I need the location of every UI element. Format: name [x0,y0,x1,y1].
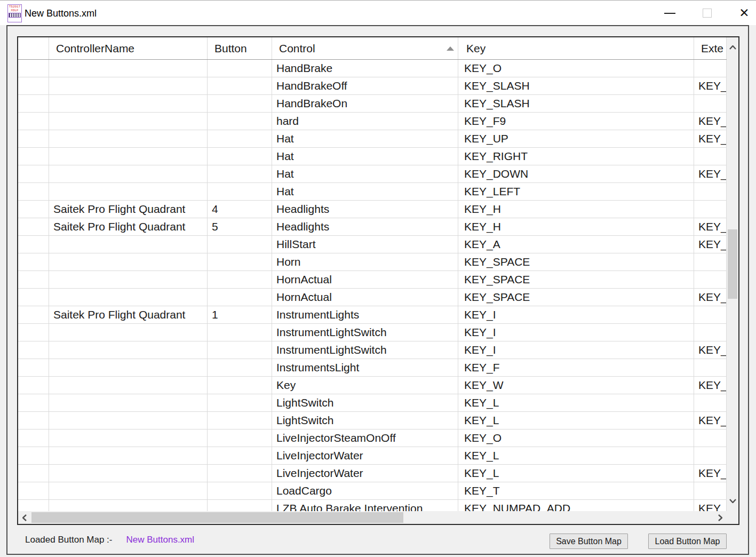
cell-controller-name[interactable] [49,412,208,429]
cell-button[interactable] [208,77,272,94]
cell-key[interactable]: KEY_RIGHT [458,148,694,165]
cell-button[interactable] [208,412,272,429]
cell-controller-name[interactable] [49,377,208,394]
cell-row-selector[interactable] [18,429,49,447]
cell-extended-key[interactable] [694,60,727,77]
cell-row-selector[interactable] [18,148,49,165]
cell-row-selector[interactable] [18,341,49,359]
cell-button[interactable] [208,165,272,182]
close-button[interactable]: ✕ [733,1,755,26]
cell-key[interactable]: KEY_F9 [458,113,694,130]
cell-key[interactable]: KEY_A [458,236,694,253]
cell-button[interactable] [208,324,272,341]
cell-controller-name[interactable] [49,465,208,482]
cell-extended-key[interactable] [694,394,727,411]
cell-control[interactable]: InstrumentLightSwitch [272,324,458,341]
cell-button[interactable] [208,377,272,394]
cell-button[interactable] [208,60,272,77]
cell-key[interactable]: KEY_L [458,447,694,464]
cell-button[interactable] [208,482,272,499]
column-header-key[interactable]: Key [458,37,694,59]
cell-row-selector[interactable] [18,201,49,218]
cell-key[interactable]: KEY_I [458,306,694,323]
cell-key[interactable]: KEY_SPACE [458,271,694,288]
cell-controller-name[interactable]: Saitek Pro Flight Quadrant [49,306,208,323]
cell-control[interactable]: LiveInjectorWater [272,465,458,482]
cell-row-selector[interactable] [18,113,49,130]
cell-row-selector[interactable] [18,377,49,394]
cell-extended-key[interactable]: KEY_ [694,289,727,306]
cell-controller-name[interactable] [49,236,208,253]
cell-controller-name[interactable] [49,500,208,511]
horizontal-scrollbar-track[interactable] [31,511,714,524]
cell-controller-name[interactable] [49,394,208,411]
cell-row-selector[interactable] [18,482,49,499]
cell-control[interactable]: Headlights [272,201,458,218]
cell-extended-key[interactable] [694,201,727,218]
cell-control[interactable]: LoadCargo [272,482,458,499]
cell-row-selector[interactable] [18,236,49,253]
cell-control[interactable]: Hat [272,183,458,200]
minimize-button[interactable] [658,1,681,26]
cell-row-selector[interactable] [18,306,49,323]
cell-row-selector[interactable] [18,60,49,77]
cell-control[interactable]: LZB Auto Barake Intervention [272,500,458,511]
cell-controller-name[interactable] [49,359,208,376]
cell-button[interactable] [208,183,272,200]
cell-controller-name[interactable] [49,482,208,499]
cell-extended-key[interactable] [694,148,727,165]
cell-row-selector[interactable] [18,465,49,482]
vertical-scrollbar-thumb[interactable] [728,229,737,299]
cell-extended-key[interactable]: KEY_ [694,500,727,511]
cell-control[interactable]: HornActual [272,271,458,288]
cell-row-selector[interactable] [18,359,49,376]
cell-extended-key[interactable]: KEY_ [694,377,727,394]
cell-button[interactable] [208,148,272,165]
cell-extended-key[interactable] [694,447,727,464]
cell-key[interactable]: KEY_W [458,377,694,394]
cell-controller-name[interactable] [49,447,208,464]
cell-row-selector[interactable] [18,253,49,270]
cell-extended-key[interactable] [694,429,727,447]
cell-controller-name[interactable] [49,77,208,94]
cell-control[interactable]: HillStart [272,236,458,253]
cell-controller-name[interactable] [49,271,208,288]
cell-row-selector[interactable] [18,165,49,182]
cell-controller-name[interactable] [49,130,208,147]
cell-button[interactable] [208,130,272,147]
column-header-extendedkey[interactable]: Exte [694,37,727,59]
cell-controller-name[interactable] [49,341,208,359]
cell-row-selector[interactable] [18,412,49,429]
cell-control[interactable]: Headlights [272,218,458,235]
cell-extended-key[interactable] [694,324,727,341]
cell-key[interactable]: KEY_UP [458,130,694,147]
cell-row-selector[interactable] [18,130,49,147]
cell-key[interactable]: KEY_NUMPAD_ADD [458,500,694,511]
cell-controller-name[interactable] [49,324,208,341]
cell-button[interactable] [208,236,272,253]
cell-key[interactable]: KEY_O [458,60,694,77]
cell-key[interactable]: KEY_LEFT [458,183,694,200]
cell-control[interactable]: HandBrakeOn [272,95,458,112]
cell-button[interactable] [208,359,272,376]
horizontal-scrollbar[interactable] [18,511,738,524]
cell-extended-key[interactable] [694,359,727,376]
cell-row-selector[interactable] [18,95,49,112]
scroll-right-button[interactable] [714,511,727,524]
cell-key[interactable]: KEY_L [458,394,694,411]
cell-control[interactable]: LightSwitch [272,412,458,429]
cell-control[interactable]: LiveInjectorWater [272,447,458,464]
column-header-control[interactable]: Control [272,37,458,59]
cell-control[interactable]: HandBrake [272,60,458,77]
vertical-scrollbar[interactable] [727,37,738,511]
cell-extended-key[interactable]: KEY_ [694,113,727,130]
cell-control[interactable]: Hat [272,148,458,165]
cell-control[interactable]: LightSwitch [272,394,458,411]
cell-button[interactable] [208,394,272,411]
cell-button[interactable] [208,253,272,270]
load-button-map-button[interactable]: Load Button Map [648,534,727,549]
scroll-left-button[interactable] [18,511,31,524]
cell-control[interactable]: HandBrakeOff [272,77,458,94]
cell-control[interactable]: InstrumentsLight [272,359,458,376]
cell-control[interactable]: Horn [272,253,458,270]
